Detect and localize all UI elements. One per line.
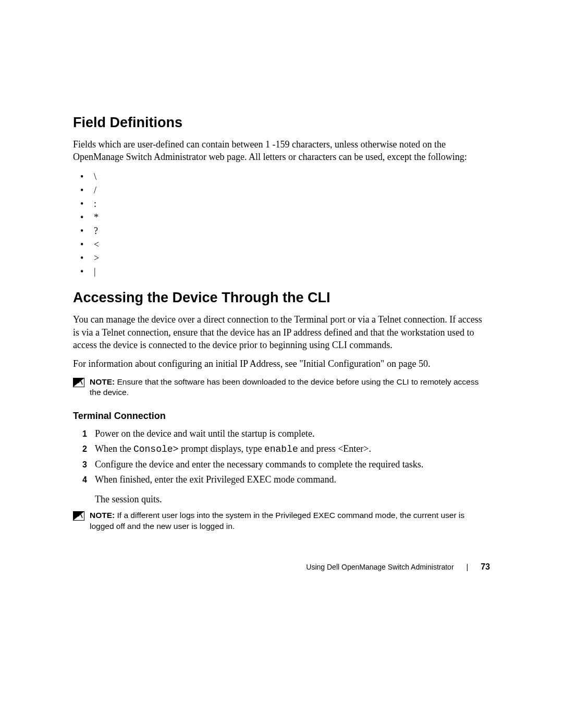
note-icon <box>73 378 84 387</box>
note-body: If a different user logs into the system… <box>90 511 464 530</box>
list-item: * <box>80 211 490 224</box>
note-block-2: NOTE: If a different user logs into the … <box>73 510 490 532</box>
list-item: | <box>80 265 490 278</box>
heading-field-definitions: Field Definitions <box>73 115 490 131</box>
list-item: / <box>80 183 490 197</box>
step-4-result: The session quits. <box>95 494 490 505</box>
step-text: and press <Enter>. <box>298 443 371 454</box>
footer-separator: | <box>467 563 469 571</box>
note-block-1: NOTE: Ensure that the software has been … <box>73 377 490 399</box>
note-label: NOTE: <box>90 511 115 520</box>
subheading-terminal-connection: Terminal Connection <box>73 411 490 422</box>
note-icon <box>73 511 84 521</box>
page-number: 73 <box>481 562 490 572</box>
field-definitions-intro: Fields which are user-defined can contai… <box>73 138 490 164</box>
list-item: ? <box>80 224 490 238</box>
step-1: Power on the device and wait until the s… <box>82 427 490 441</box>
terminal-steps: Power on the device and wait until the s… <box>82 427 490 487</box>
step-2: When the Console> prompt displays, type … <box>82 442 490 456</box>
page-footer: Using Dell OpenManage Switch Administrat… <box>306 562 490 572</box>
list-item: > <box>80 251 490 265</box>
excluded-chars-list: \ / : * ? < > | <box>80 170 490 279</box>
note-text-1: NOTE: Ensure that the software has been … <box>90 377 490 399</box>
step-text: prompt displays, type <box>178 443 264 454</box>
step-4: When finished, enter the exit Privileged… <box>82 473 490 487</box>
note-text-2: NOTE: If a different user logs into the … <box>90 510 490 532</box>
cli-paragraph-1: You can manage the device over a direct … <box>73 313 490 351</box>
page-content: Field Definitions Fields which are user-… <box>0 0 563 532</box>
step-text: When the <box>95 443 133 454</box>
list-item: < <box>80 238 490 251</box>
footer-title: Using Dell OpenManage Switch Administrat… <box>306 563 454 571</box>
step-3: Configure the device and enter the neces… <box>82 458 490 472</box>
code-console: Console> <box>133 444 178 454</box>
cli-paragraph-2: For information about configuring an ini… <box>73 357 490 370</box>
list-item: \ <box>80 170 490 183</box>
heading-accessing-cli: Accessing the Device Through the CLI <box>73 290 490 306</box>
note-label: NOTE: <box>90 377 115 386</box>
list-item: : <box>80 197 490 211</box>
code-enable: enable <box>264 444 298 454</box>
note-body: Ensure that the software has been downlo… <box>90 377 479 397</box>
